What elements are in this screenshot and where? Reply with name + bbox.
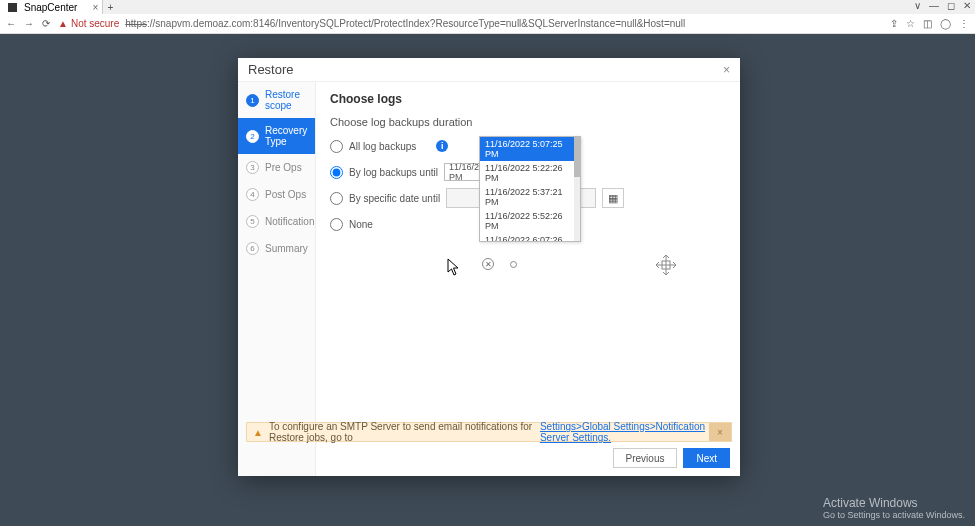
step-number: 5 [246,215,259,228]
step-label: Notification [265,216,314,227]
window-minimize-icon[interactable]: — [929,0,939,11]
step-number: 2 [246,130,259,143]
modal-title: Restore [248,62,294,77]
radio-input[interactable] [330,140,343,153]
alert-close-button[interactable]: × [709,423,731,441]
radio-label: None [349,219,373,230]
tab-close-icon[interactable]: × [93,2,99,13]
star-icon[interactable]: ☆ [906,18,915,29]
nav-back-icon[interactable]: ← [6,18,16,29]
step-label: Summary [265,243,308,254]
dropdown-option[interactable]: 11/16/2022 6:07:26 PM [480,233,580,241]
wizard-step-notification[interactable]: 5 Notification [238,208,315,235]
modal-titlebar: Restore × [238,58,740,82]
warning-icon: ▲ [58,18,68,29]
step-number: 1 [246,94,259,107]
dropdown-option[interactable]: 11/16/2022 5:22:26 PM [480,161,580,185]
new-tab-button[interactable]: + [103,2,117,13]
step-number: 4 [246,188,259,201]
wizard-step-pre-ops[interactable]: 3 Pre Ops [238,154,315,181]
step-label: Restore scope [265,89,307,111]
content-subheading: Choose log backups duration [330,116,726,128]
wizard-step-summary[interactable]: 6 Summary [238,235,315,262]
step-number: 3 [246,161,259,174]
wizard-step-post-ops[interactable]: 4 Post Ops [238,181,315,208]
previous-button[interactable]: Previous [613,448,678,468]
tab-title: SnapCenter [24,2,77,13]
window-close-icon[interactable]: ✕ [963,0,971,11]
window-maximize-icon[interactable]: ◻ [947,0,955,11]
dropdown-option[interactable]: 11/16/2022 5:52:26 PM [480,209,580,233]
next-button[interactable]: Next [683,448,730,468]
url-text: https://snapvm.demoaz.com:8146/Inventory… [125,18,685,29]
warning-icon: ▲ [253,427,263,438]
log-backup-dropdown: 11/16/2022 5:07:25 PM 11/16/2022 5:22:26… [479,136,581,242]
step-label: Pre Ops [265,162,302,173]
address-bar[interactable]: ▲ Not secure https://snapvm.demoaz.com:8… [58,18,882,29]
move-crosshair-icon [655,254,677,276]
dropdown-option[interactable]: 11/16/2022 5:37:21 PM [480,185,580,209]
security-warning: ▲ Not secure [58,18,119,29]
info-icon[interactable]: i [436,140,448,152]
radio-input[interactable] [330,166,343,179]
step-number: 6 [246,242,259,255]
profile-icon[interactable]: ◯ [940,18,951,29]
wizard-step-restore-scope[interactable]: 1 Restore scope [238,82,315,118]
radio-input[interactable] [330,192,343,205]
modal-content: Choose logs Choose log backups duration … [316,82,740,476]
share-icon[interactable]: ⇪ [890,18,898,29]
alert-settings-link[interactable]: Settings>Global Settings>Notification Se… [540,421,725,443]
radio-label: All log backups [349,141,416,152]
tab-favicon [8,3,17,12]
nav-forward-icon[interactable]: → [24,18,34,29]
browser-tab[interactable]: SnapCenter × [0,0,103,14]
browser-tab-strip: SnapCenter × + ∨ — ◻ ✕ [0,0,975,14]
wizard-steps: 1 Restore scope 2 Recovery Type 3 Pre Op… [238,82,316,476]
step-label: Post Ops [265,189,306,200]
modal-close-button[interactable]: × [723,63,730,77]
browser-toolbar: ← → ⟳ ▲ Not secure https://snapvm.demoaz… [0,14,975,34]
menu-icon[interactable]: ⋮ [959,18,969,29]
window-other-icon[interactable]: ∨ [914,0,921,11]
nav-reload-icon[interactable]: ⟳ [42,18,50,29]
calendar-icon: ▦ [608,192,618,205]
wizard-step-recovery-type[interactable]: 2 Recovery Type [238,118,315,154]
step-label: Recovery Type [265,125,307,147]
dropdown-scrollbar[interactable] [574,137,580,241]
calendar-button[interactable]: ▦ [602,188,624,208]
radio-label: By log backups until [349,167,438,178]
annotation-x-marker: ✕ [482,258,494,270]
content-heading: Choose logs [330,92,726,106]
modal-footer-buttons: Previous Next [613,448,730,468]
alert-text: To configure an SMTP Server to send emai… [269,421,540,443]
annotation-o-marker [510,261,517,268]
radio-label: By specific date until [349,193,440,204]
not-secure-label: Not secure [71,18,119,29]
extension-icon[interactable]: ◫ [923,18,932,29]
smtp-alert-bar: ▲ To configure an SMTP Server to send em… [246,422,732,442]
window-controls: ∨ — ◻ ✕ [914,0,971,11]
dropdown-option[interactable]: 11/16/2022 5:07:25 PM [480,137,580,161]
radio-input[interactable] [330,218,343,231]
